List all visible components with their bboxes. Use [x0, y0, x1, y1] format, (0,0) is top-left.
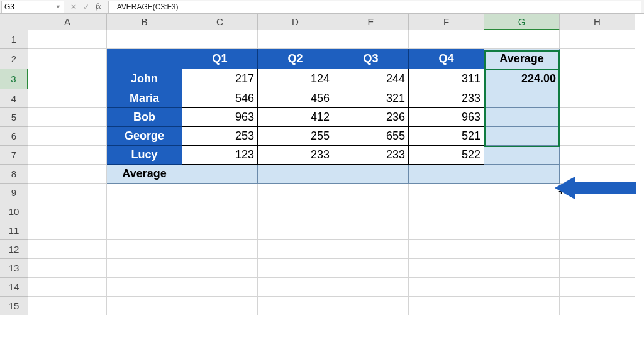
- cell-H2[interactable]: [560, 49, 635, 69]
- cell-H5[interactable]: [560, 108, 635, 127]
- cell-D9[interactable]: [258, 184, 333, 202]
- cell-B12[interactable]: [107, 240, 182, 259]
- row-header-11[interactable]: 11: [0, 221, 28, 240]
- cell-C15[interactable]: [182, 297, 258, 315]
- cell-H12[interactable]: [560, 240, 635, 259]
- cell-F5[interactable]: 963: [409, 108, 484, 127]
- cell-D12[interactable]: [258, 240, 333, 259]
- avg-value-0[interactable]: 224.00: [484, 69, 560, 89]
- row-header-7[interactable]: 7: [0, 146, 28, 165]
- row-header-3[interactable]: 3: [0, 69, 28, 89]
- cell-H6[interactable]: [560, 127, 635, 146]
- cell-G8[interactable]: [484, 165, 560, 184]
- row-header-2[interactable]: 2: [0, 49, 28, 69]
- col-header-B[interactable]: B: [107, 14, 182, 30]
- avg-row-label[interactable]: Average: [107, 165, 182, 184]
- cell-E11[interactable]: [333, 221, 409, 240]
- cell-E13[interactable]: [333, 259, 409, 278]
- cell-F9[interactable]: [409, 184, 484, 202]
- cell-F8[interactable]: [409, 165, 484, 184]
- cell-F14[interactable]: [409, 278, 484, 297]
- row-label-Lucy[interactable]: Lucy: [107, 146, 182, 165]
- cell-D3[interactable]: 124: [258, 69, 333, 89]
- cell-E4[interactable]: 321: [333, 89, 409, 108]
- cell-C7[interactable]: 123: [182, 146, 258, 165]
- cell-A12[interactable]: [28, 240, 107, 259]
- cell-C8[interactable]: [182, 165, 258, 184]
- avg-value-4[interactable]: [484, 146, 560, 165]
- cell-F7[interactable]: 522: [409, 146, 484, 165]
- cell-B14[interactable]: [107, 278, 182, 297]
- cell-C12[interactable]: [182, 240, 258, 259]
- row-header-14[interactable]: 14: [0, 278, 28, 297]
- cell-D14[interactable]: [258, 278, 333, 297]
- col-header-H[interactable]: H: [560, 14, 635, 30]
- cell-E9[interactable]: [333, 184, 409, 202]
- cell-F10[interactable]: [409, 202, 484, 221]
- cell-E14[interactable]: [333, 278, 409, 297]
- row-label-Bob[interactable]: Bob: [107, 108, 182, 127]
- cell-B1[interactable]: [107, 30, 182, 49]
- cell-G11[interactable]: [484, 221, 560, 240]
- col-header-F[interactable]: F: [409, 14, 484, 30]
- cell-A11[interactable]: [28, 221, 107, 240]
- cell-B11[interactable]: [107, 221, 182, 240]
- cell-G1[interactable]: [484, 30, 560, 49]
- cell-D6[interactable]: 255: [258, 127, 333, 146]
- cell-F15[interactable]: [409, 297, 484, 315]
- col-header-G[interactable]: G: [484, 14, 560, 30]
- cell-B13[interactable]: [107, 259, 182, 278]
- col-hdr-Q2[interactable]: Q2: [258, 49, 333, 69]
- cell-A4[interactable]: [28, 89, 107, 108]
- cell-C4[interactable]: 546: [182, 89, 258, 108]
- row-header-1[interactable]: 1: [0, 30, 28, 49]
- avg-value-2[interactable]: [484, 108, 560, 127]
- cell-E3[interactable]: 244: [333, 69, 409, 89]
- row-header-4[interactable]: 4: [0, 89, 28, 108]
- chevron-down-icon[interactable]: ▼: [55, 4, 61, 10]
- cell-E10[interactable]: [333, 202, 409, 221]
- cell-G12[interactable]: [484, 240, 560, 259]
- cell-E7[interactable]: 233: [333, 146, 409, 165]
- row-header-12[interactable]: 12: [0, 240, 28, 259]
- name-box[interactable]: G3 ▼: [1, 1, 64, 13]
- enter-icon[interactable]: ✓: [83, 3, 89, 11]
- cell-A6[interactable]: [28, 127, 107, 146]
- row-header-15[interactable]: 15: [0, 297, 28, 315]
- cell-F12[interactable]: [409, 240, 484, 259]
- row-label-Maria[interactable]: Maria: [107, 89, 182, 108]
- cell-D10[interactable]: [258, 202, 333, 221]
- cell-E1[interactable]: [333, 30, 409, 49]
- cell-G14[interactable]: [484, 278, 560, 297]
- row-header-10[interactable]: 10: [0, 202, 28, 221]
- cell-A9[interactable]: [28, 184, 107, 202]
- cell-H10[interactable]: [560, 202, 635, 221]
- cell-E6[interactable]: 655: [333, 127, 409, 146]
- formula-input[interactable]: =AVERAGE(C3:F3): [108, 1, 641, 13]
- cell-H7[interactable]: [560, 146, 635, 165]
- cell-G15[interactable]: [484, 297, 560, 315]
- col-hdr-Q1[interactable]: Q1: [182, 49, 258, 69]
- cell-D4[interactable]: 456: [258, 89, 333, 108]
- row-header-6[interactable]: 6: [0, 127, 28, 146]
- row-label-John[interactable]: John: [107, 69, 182, 89]
- cell-B9[interactable]: [107, 184, 182, 202]
- avg-value-1[interactable]: [484, 89, 560, 108]
- cell-C3[interactable]: 217: [182, 69, 258, 89]
- cell-E15[interactable]: [333, 297, 409, 315]
- cell-B2[interactable]: [107, 49, 182, 69]
- col-header-D[interactable]: D: [258, 14, 333, 30]
- cell-C6[interactable]: 253: [182, 127, 258, 146]
- col-hdr-Q3[interactable]: Q3: [333, 49, 409, 69]
- cell-A8[interactable]: [28, 165, 107, 184]
- cell-H14[interactable]: [560, 278, 635, 297]
- cell-A5[interactable]: [28, 108, 107, 127]
- cell-H1[interactable]: [560, 30, 635, 49]
- row-label-George[interactable]: George: [107, 127, 182, 146]
- cell-A3[interactable]: [28, 69, 107, 89]
- avg-value-3[interactable]: [484, 127, 560, 146]
- cell-G9[interactable]: [484, 184, 560, 202]
- cell-A1[interactable]: [28, 30, 107, 49]
- cell-F4[interactable]: 233: [409, 89, 484, 108]
- cell-E8[interactable]: [333, 165, 409, 184]
